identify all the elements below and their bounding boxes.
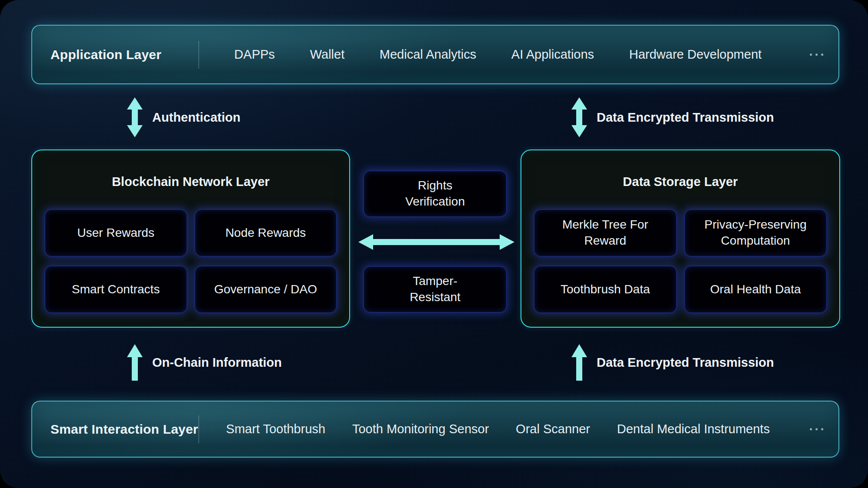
diagram-canvas: Application Layer DAPPs Wallet Medical A…: [0, 0, 868, 488]
chip-privacy-preserving-computation: Privacy-Preserving Computation: [684, 209, 828, 257]
double-arrow-vertical-icon: [570, 96, 589, 138]
data-storage-layer-box: Data Storage Layer Merkle Tree For Rewar…: [521, 149, 840, 328]
double-arrow-horizontal-icon: [357, 232, 515, 253]
smart-interaction-layer-items: Smart Toothbrush Tooth Monitoring Sensor…: [199, 422, 797, 436]
app-item-wallet: Wallet: [310, 47, 345, 62]
encrypted-transmission-top-label: Data Encrypted Transmission: [597, 110, 774, 125]
interaction-item-smart-toothbrush: Smart Toothbrush: [226, 422, 325, 436]
application-layer-items: DAPPs Wallet Medical Analytics AI Applic…: [199, 47, 797, 62]
chip-smart-contracts: Smart Contracts: [44, 266, 187, 313]
onchain-information-label: On-Chain Information: [152, 355, 282, 370]
chip-user-rewards: User Rewards: [44, 209, 187, 257]
smart-interaction-layer-bar: Smart Interaction Layer Smart Toothbrush…: [31, 401, 839, 458]
app-item-ai-applications: AI Applications: [511, 47, 594, 62]
authentication-label: Authentication: [152, 110, 240, 125]
data-storage-layer-grid: Merkle Tree For Reward Privacy-Preservin…: [534, 209, 827, 313]
application-layer-bar: Application Layer DAPPs Wallet Medical A…: [31, 25, 839, 84]
arrow-up-icon: [125, 344, 144, 381]
interaction-item-dental-medical-instruments: Dental Medical Instruments: [617, 422, 770, 436]
smart-interaction-layer-title: Smart Interaction Layer: [32, 422, 198, 437]
chip-merkle-tree-for-reward: Merkle Tree For Reward: [534, 209, 677, 257]
chip-toothbrush-data: Toothbrush Data: [534, 266, 677, 313]
onchain-information-flow: On-Chain Information: [125, 344, 282, 381]
encrypted-transmission-top-flow: Data Encrypted Transmission: [570, 96, 774, 138]
application-layer-title: Application Layer: [32, 47, 198, 62]
blockchain-network-layer-grid: User Rewards Node Rewards Smart Contract…: [44, 209, 337, 313]
blockchain-network-layer-title: Blockchain Network Layer: [44, 175, 337, 189]
chip-governance-dao: Governance / DAO: [194, 266, 337, 313]
interaction-item-oral-scanner: Oral Scanner: [516, 422, 590, 436]
encrypted-transmission-bottom-flow: Data Encrypted Transmission: [570, 344, 774, 381]
arrow-up-icon: [570, 344, 589, 381]
chip-oral-health-data: Oral Health Data: [684, 266, 828, 313]
chip-tamper-resistant: Tamper- Resistant: [363, 266, 507, 313]
app-item-medical-analytics: Medical Analytics: [380, 47, 476, 62]
interaction-item-tooth-monitoring-sensor: Tooth Monitoring Sensor: [352, 422, 489, 436]
app-item-dapps: DAPPs: [234, 47, 275, 62]
double-arrow-vertical-icon: [125, 96, 144, 138]
app-item-hardware-development: Hardware Development: [629, 47, 762, 62]
ellipsis-icon: ···: [797, 47, 838, 62]
ellipsis-icon: ···: [797, 422, 838, 437]
encrypted-transmission-bottom-label: Data Encrypted Transmission: [597, 355, 774, 370]
blockchain-network-layer-box: Blockchain Network Layer User Rewards No…: [31, 149, 350, 328]
authentication-flow: Authentication: [125, 96, 240, 138]
data-storage-layer-title: Data Storage Layer: [534, 175, 827, 189]
chip-node-rewards: Node Rewards: [194, 209, 337, 257]
chip-rights-verification: Rights Verification: [363, 170, 507, 217]
